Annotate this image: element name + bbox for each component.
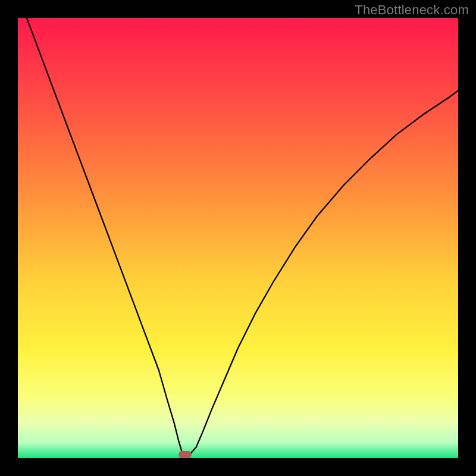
optimum-marker bbox=[178, 451, 192, 458]
bottleneck-curve bbox=[18, 18, 458, 458]
chart-frame: TheBottleneck.com bbox=[0, 0, 476, 476]
watermark-text: TheBottleneck.com bbox=[355, 2, 469, 18]
plot-area bbox=[18, 18, 458, 458]
